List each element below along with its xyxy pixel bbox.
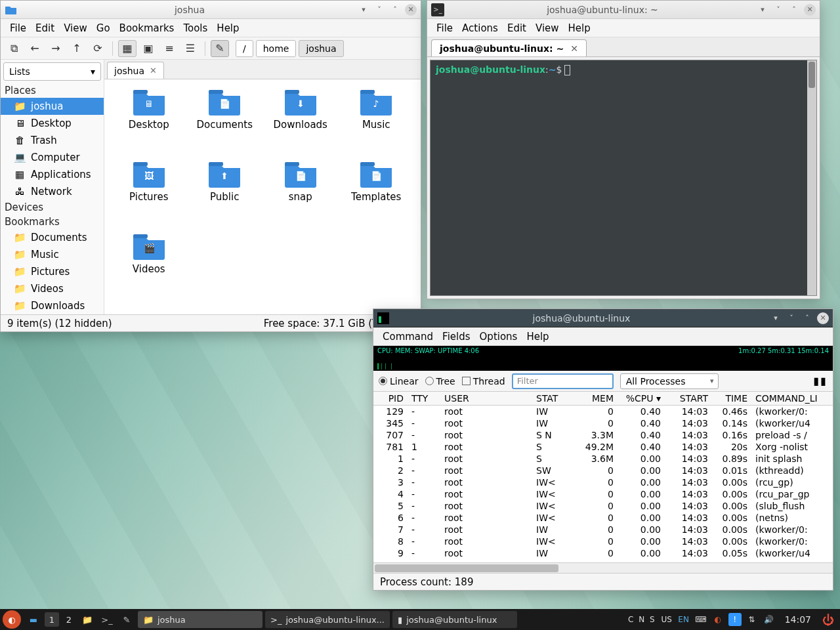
sidebar-item-home[interactable]: 📁joshua bbox=[1, 98, 104, 115]
table-row[interactable]: 7-rootIW00.0014:030.00s(kworker/0: bbox=[373, 524, 833, 536]
minimize-button[interactable]: ˅ bbox=[772, 4, 784, 16]
start-menu-button[interactable]: ◐ bbox=[3, 610, 21, 629]
col-stat[interactable]: STAT bbox=[532, 392, 572, 406]
network-icon[interactable]: ⇅ bbox=[746, 613, 759, 626]
sidebar-item-pictures[interactable]: 📁Pictures bbox=[1, 263, 104, 280]
menu-fields[interactable]: Fields bbox=[438, 329, 474, 344]
table-row[interactable]: 2-rootSW00.0014:030.01s(kthreadd) bbox=[373, 465, 833, 476]
menu-file[interactable]: File bbox=[432, 21, 457, 35]
path-current[interactable]: joshua bbox=[299, 40, 343, 57]
folder-desktop[interactable]: 🖥Desktop bbox=[111, 87, 187, 159]
power-button[interactable]: ⏻ bbox=[820, 612, 836, 627]
fm-titlebar[interactable]: joshua ▾ ˅ ˄ ✕ bbox=[1, 1, 421, 19]
sidebar-mode-select[interactable]: Lists▾ bbox=[3, 62, 101, 81]
menu-view[interactable]: View bbox=[60, 21, 91, 35]
folder-snap[interactable]: 📄snap bbox=[262, 159, 339, 232]
launcher-files-icon[interactable]: 📁 bbox=[79, 611, 96, 628]
taskbar-task-pv[interactable]: ▮joshua@ubuntu-linux bbox=[392, 611, 517, 628]
language-indicator[interactable]: EN bbox=[677, 613, 690, 626]
terminal-scrollbar[interactable] bbox=[807, 60, 816, 295]
table-row[interactable]: 7811rootS49.2M0.4014:0320sXorg -nolist bbox=[373, 441, 833, 453]
folder-downloads[interactable]: ⬇Downloads bbox=[262, 87, 339, 159]
menu-help[interactable]: Help bbox=[564, 21, 595, 35]
table-row[interactable]: 345-rootIW00.4014:030.14s(kworker/u4 bbox=[373, 417, 833, 429]
folder-public[interactable]: ⬆Public bbox=[187, 159, 263, 232]
update-icon[interactable]: ◐ bbox=[711, 613, 724, 626]
notification-icon[interactable]: ! bbox=[728, 613, 742, 626]
col-command_li[interactable]: COMMAND_LI bbox=[751, 392, 833, 406]
process-table[interactable]: PIDTTYUSERSTATMEM%CPU ▾STARTTIMECOMMAND_… bbox=[373, 392, 833, 562]
view-tree-radio[interactable]: Tree bbox=[425, 376, 455, 387]
icon-view-button[interactable]: ▦ bbox=[118, 40, 136, 57]
process-filter-combo[interactable]: All Processes bbox=[620, 373, 719, 389]
view-thread-checkbox[interactable]: Thread bbox=[462, 376, 505, 387]
scrollbar-thumb[interactable] bbox=[808, 62, 815, 88]
menu-help[interactable]: Help bbox=[213, 21, 243, 35]
col-%cpu[interactable]: %CPU ▾ bbox=[618, 392, 665, 406]
pv-titlebar[interactable]: joshua@ubuntu-linux ▾ ˅ ˄ ✕ bbox=[373, 309, 833, 327]
shade-button[interactable]: ▾ bbox=[770, 312, 782, 324]
forward-button[interactable]: → bbox=[47, 40, 65, 57]
close-button[interactable]: ✕ bbox=[405, 4, 417, 16]
term-titlebar[interactable]: >_ joshua@ubuntu-linux: ~ ▾ ˅ ˄ ✕ bbox=[427, 1, 820, 19]
back-button[interactable]: ← bbox=[26, 40, 44, 57]
indicator-text[interactable]: C N S bbox=[628, 613, 656, 626]
sidebar-item-desktop[interactable]: 🖥Desktop bbox=[1, 115, 104, 132]
volume-icon[interactable]: 🔊 bbox=[763, 613, 776, 626]
close-button[interactable]: ✕ bbox=[804, 4, 816, 16]
menu-help[interactable]: Help bbox=[522, 329, 553, 344]
table-row[interactable]: 6-rootIW<00.0014:030.00s(netns) bbox=[373, 512, 833, 524]
shade-button[interactable]: ▾ bbox=[358, 4, 369, 16]
folder-videos[interactable]: 🎬Videos bbox=[111, 232, 187, 304]
maximize-button[interactable]: ˄ bbox=[801, 312, 813, 324]
terminal-screen[interactable]: joshua@ubuntu-linux:~$ bbox=[430, 60, 817, 296]
col-time[interactable]: TIME bbox=[712, 392, 751, 406]
launcher-editor-icon[interactable]: ✎ bbox=[118, 611, 135, 628]
maximize-button[interactable]: ˄ bbox=[389, 4, 401, 16]
horizontal-scrollbar[interactable] bbox=[373, 562, 833, 573]
view-linear-radio[interactable]: Linear bbox=[379, 376, 419, 387]
show-desktop-button[interactable]: ▬ bbox=[25, 611, 42, 628]
path-root[interactable]: / bbox=[236, 40, 253, 57]
path-home[interactable]: home bbox=[256, 40, 297, 57]
scrollbar-thumb[interactable] bbox=[375, 564, 558, 572]
col-start[interactable]: START bbox=[665, 392, 712, 406]
menu-options[interactable]: Options bbox=[476, 329, 522, 344]
table-row[interactable]: 3-rootIW<00.0014:030.00s(rcu_gp) bbox=[373, 476, 833, 488]
minimize-button[interactable]: ˅ bbox=[786, 312, 797, 324]
col-pid[interactable]: PID bbox=[373, 392, 408, 406]
menu-bookmarks[interactable]: Bookmarks bbox=[116, 21, 178, 35]
table-row[interactable]: 8-rootIW<00.0014:030.00s(kworker/0: bbox=[373, 536, 833, 547]
workspace-1[interactable]: 1 bbox=[45, 612, 59, 627]
taskbar-task-term[interactable]: >_joshua@ubuntu-linux... bbox=[265, 611, 390, 628]
menu-edit[interactable]: Edit bbox=[503, 21, 530, 35]
sidebar-item-videos[interactable]: 📁Videos bbox=[1, 280, 104, 297]
fm-tab[interactable]: joshua✕ bbox=[107, 62, 164, 79]
fm-icon-view[interactable]: 🖥Desktop📄Documents⬇Downloads♪Music🖼Pictu… bbox=[104, 79, 421, 314]
shade-button[interactable]: ▾ bbox=[757, 4, 768, 16]
taskbar-task-fm[interactable]: 📁joshua bbox=[138, 611, 262, 628]
minimize-button[interactable]: ˅ bbox=[373, 4, 385, 16]
table-row[interactable]: 707-rootS N3.3M0.4014:030.16spreload -s … bbox=[373, 429, 833, 441]
sidebar-item-computer[interactable]: 💻Computer bbox=[1, 149, 104, 166]
table-row[interactable]: 9-rootIW00.0014:030.05s(kworker/u4 bbox=[373, 547, 833, 559]
sidebar-item-trash[interactable]: 🗑Trash bbox=[1, 132, 104, 149]
launcher-terminal-icon[interactable]: >_ bbox=[98, 611, 116, 628]
menu-actions[interactable]: Actions bbox=[458, 21, 502, 35]
path-edit-button[interactable]: ✎ bbox=[211, 40, 229, 57]
term-tab[interactable]: joshua@ubuntu-linux: ~✕ bbox=[431, 39, 587, 56]
folder-documents[interactable]: 📄Documents bbox=[187, 87, 263, 159]
sidebar-item-documents[interactable]: 📁Documents bbox=[1, 229, 104, 246]
sidebar-item-music[interactable]: 📁Music bbox=[1, 246, 104, 263]
menu-command[interactable]: Command bbox=[379, 329, 437, 344]
table-row[interactable]: 5-rootIW<00.0014:030.00s(slub_flush bbox=[373, 500, 833, 512]
menu-edit[interactable]: Edit bbox=[32, 21, 58, 35]
col-user[interactable]: USER bbox=[440, 392, 532, 406]
col-tty[interactable]: TTY bbox=[408, 392, 440, 406]
tab-close-icon[interactable]: ✕ bbox=[150, 66, 157, 75]
folder-music[interactable]: ♪Music bbox=[339, 87, 415, 159]
menu-tools[interactable]: Tools bbox=[179, 21, 211, 35]
keyboard-icon[interactable]: ⌨ bbox=[694, 613, 707, 626]
workspace-2[interactable]: 2 bbox=[62, 612, 76, 627]
tab-close-icon[interactable]: ✕ bbox=[570, 43, 578, 54]
